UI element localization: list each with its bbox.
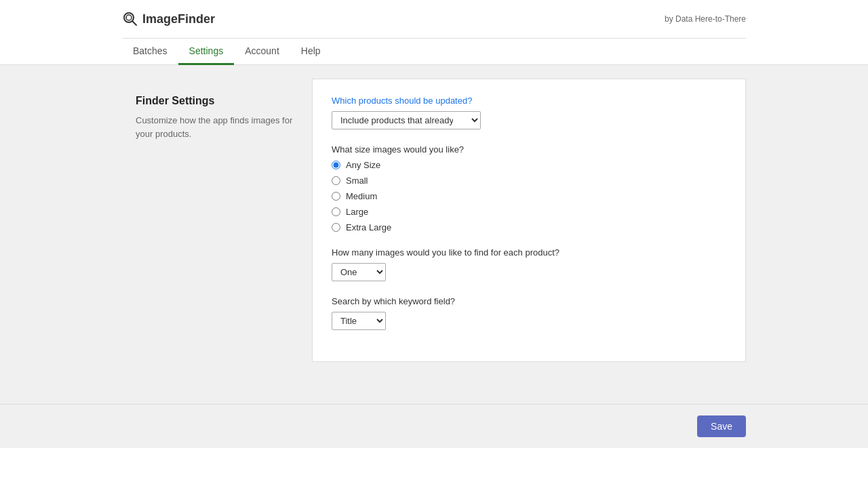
svg-point-2 bbox=[126, 15, 132, 20]
header: ImageFinder by Data Here-to-There bbox=[0, 0, 868, 38]
size-label-large: Large bbox=[346, 207, 368, 217]
count-field-group: How many images would you like to find f… bbox=[332, 247, 726, 281]
sidebar-title: Finder Settings bbox=[136, 95, 298, 107]
count-select[interactable]: One Two Three Four Five bbox=[332, 263, 386, 281]
main-nav: Batches Settings Account Help bbox=[0, 39, 868, 65]
products-label-text: Which products should be updated? bbox=[332, 96, 472, 106]
size-option-small[interactable]: Small bbox=[332, 176, 726, 186]
size-option-large[interactable]: Large bbox=[332, 207, 726, 217]
size-radio-any[interactable] bbox=[332, 161, 340, 169]
nav-account[interactable]: Account bbox=[234, 39, 290, 65]
size-label: What size images would you like? bbox=[332, 144, 726, 155]
settings-panel: Which products should be updated? Includ… bbox=[312, 79, 746, 362]
size-radio-large[interactable] bbox=[332, 207, 340, 216]
keyword-label: Search by which keyword field? bbox=[332, 296, 726, 306]
size-radio-xlarge[interactable] bbox=[332, 223, 340, 232]
size-label-small: Small bbox=[346, 176, 368, 186]
size-option-xlarge[interactable]: Extra Large bbox=[332, 222, 726, 232]
products-select[interactable]: Include products that already have image… bbox=[332, 111, 481, 129]
svg-line-1 bbox=[132, 21, 136, 25]
nav-help[interactable]: Help bbox=[290, 39, 332, 65]
keyword-field-group: Search by which keyword field? Title SKU… bbox=[332, 296, 726, 330]
content-wrapper: Finder Settings Customize how the app fi… bbox=[122, 79, 746, 362]
logo-icon bbox=[122, 11, 138, 27]
size-label-medium: Medium bbox=[346, 191, 377, 201]
size-radio-small[interactable] bbox=[332, 176, 340, 185]
products-field-group: Which products should be updated? Includ… bbox=[332, 96, 726, 129]
logo-area: ImageFinder bbox=[122, 11, 215, 27]
nav-settings[interactable]: Settings bbox=[178, 39, 235, 65]
size-radio-medium[interactable] bbox=[332, 192, 340, 201]
size-field-group: What size images would you like? Any Siz… bbox=[332, 144, 726, 232]
byline: by Data Here-to-There bbox=[665, 14, 746, 24]
save-button[interactable]: Save bbox=[697, 415, 746, 437]
products-label: Which products should be updated? bbox=[332, 96, 726, 106]
sidebar-description: Customize how the app finds images for y… bbox=[136, 114, 298, 140]
settings-sidebar: Finder Settings Customize how the app fi… bbox=[122, 79, 312, 362]
count-label: How many images would you like to find f… bbox=[332, 247, 726, 258]
keyword-select[interactable]: Title SKU Description bbox=[332, 312, 386, 330]
app-name: ImageFinder bbox=[142, 12, 215, 26]
size-label-any: Any Size bbox=[346, 160, 380, 170]
main-content: Finder Settings Customize how the app fi… bbox=[0, 65, 868, 404]
size-label-xlarge: Extra Large bbox=[346, 222, 391, 232]
size-radio-group: Any Size Small Medium Large bbox=[332, 160, 726, 232]
footer: Save bbox=[0, 404, 868, 448]
size-option-any[interactable]: Any Size bbox=[332, 160, 726, 170]
nav-batches[interactable]: Batches bbox=[122, 39, 178, 65]
size-option-medium[interactable]: Medium bbox=[332, 191, 726, 201]
